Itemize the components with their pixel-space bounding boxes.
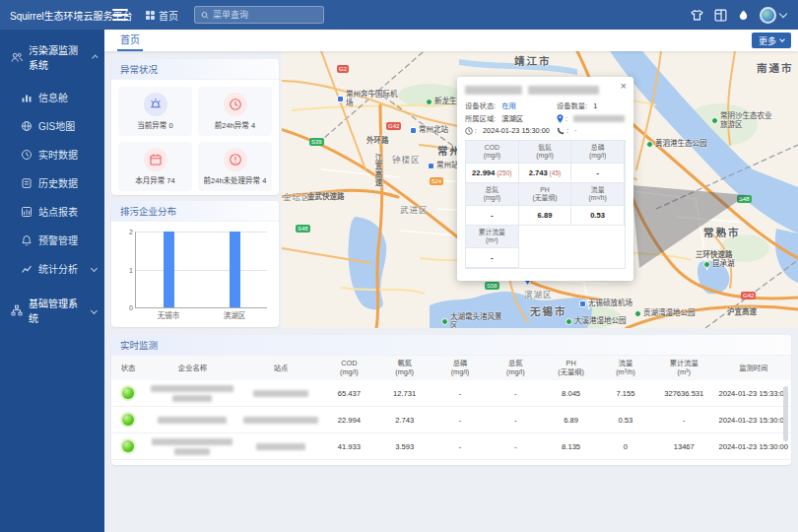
sidebar-item-历史数据[interactable]: 历史数据	[0, 168, 104, 197]
sidebar-section-label: 污染源监测系统	[29, 42, 87, 72]
map-label-常州北站: 常州北站	[410, 126, 448, 135]
clock-icon	[21, 149, 33, 161]
chart-gridline	[136, 270, 267, 271]
station-name-redacted	[240, 380, 321, 407]
value-cell: 2024-01-23 15:30:00	[715, 407, 791, 433]
map-label-金武快速路: 金武快速路	[307, 190, 345, 201]
sidebar-item-label: GIS地图	[38, 118, 75, 133]
app-logo: Squirrel生态环境云服务平台	[0, 8, 104, 23]
road-badge: G42	[386, 122, 401, 130]
poi-blue-icon	[337, 96, 344, 102]
sidebar-item-label: 站点报表	[38, 204, 78, 219]
clock-icon	[224, 93, 247, 116]
users-icon	[11, 51, 23, 63]
abnormal-card[interactable]: 前24h未处理异常 4	[198, 142, 272, 191]
table-row[interactable]: 65.43712.731--8.0457.155327636.5312024-0…	[111, 380, 791, 407]
address-redacted: :	[557, 113, 626, 123]
map-label-常阴沙生态农业旅游区: 常阴沙生态农业旅游区	[711, 112, 776, 129]
sidebar-item-站点报表[interactable]: 站点报表	[0, 197, 104, 226]
map-label-无锡市: 无锡市	[530, 303, 567, 318]
sidebar-item-label: 历史数据	[38, 175, 78, 190]
abnormal-card[interactable]: 前24h异常 4	[198, 87, 272, 136]
abnormal-status-panel: 异常状况 当前异常 0前24h异常 4本月异常 74前24h未处理异常 4	[111, 59, 279, 195]
abnormal-card[interactable]: 当前异常 0	[118, 87, 192, 136]
value-cell: -	[488, 380, 543, 407]
sidebar-item-预警管理[interactable]: 预警管理	[0, 226, 104, 254]
table-row[interactable]: 22.9942.743--6.890.53-2024-01-23 15:30:0…	[111, 407, 791, 433]
value-cell: 65.437	[321, 380, 376, 407]
realtime-table: 状态企业名称站点COD(mg/l)氨氮(mg/l)总磷(mg/l)总氮(mg/l…	[111, 356, 791, 460]
chart-ytick: 2	[121, 229, 133, 235]
region: 所属区域: 滨湖区	[465, 113, 557, 123]
column-header-流量: 流量(m³/h)	[599, 356, 652, 380]
poi-green-icon	[634, 310, 641, 317]
value-cell: -	[652, 407, 715, 433]
status-cell	[111, 407, 145, 433]
metric-value: 22.994 (250)	[466, 164, 519, 183]
breadcrumb-label: 首页	[159, 8, 178, 23]
value-cell: -	[432, 407, 488, 433]
value-cell: 0.53	[599, 407, 652, 433]
clock-icon	[465, 127, 473, 135]
topbar-actions	[691, 7, 798, 24]
layout-screen-icon[interactable]	[714, 9, 727, 22]
menu-search[interactable]	[194, 6, 324, 24]
siren-icon	[144, 93, 167, 116]
chart-category-label: 滨湖区	[224, 309, 246, 320]
panel-title: 异常状况	[111, 59, 279, 80]
abnormal-card[interactable]: 本月异常 74	[118, 142, 192, 191]
theme-skin-icon[interactable]	[691, 9, 703, 22]
column-header-站点: 站点	[240, 356, 321, 380]
poi-green-icon	[711, 117, 718, 124]
sidebar: 污染源监测系统信息舱GIS地图实时数据历史数据站点报表预警管理统计分析基础管理系…	[0, 30, 104, 532]
map-label-常州站: 常州站	[428, 162, 459, 170]
abnormal-card-label: 前24h异常 4	[215, 119, 255, 130]
value-cell: 327636.531	[652, 380, 715, 407]
chevron-down-icon	[779, 9, 787, 17]
map-label-外环路: 外环路	[366, 134, 389, 145]
flame-icon[interactable]	[738, 9, 749, 22]
top-bar: Squirrel生态环境云服务平台 首页	[0, 0, 798, 30]
metric-value: 0.53	[571, 206, 625, 226]
calendar-icon	[144, 148, 167, 171]
poi-blue-icon	[579, 300, 586, 307]
sidebar-item-实时数据[interactable]: 实时数据	[0, 140, 104, 168]
company-name-redacted	[145, 380, 240, 407]
status-dot-green	[122, 414, 134, 426]
history-icon	[21, 177, 33, 189]
road-badge: S39	[309, 138, 324, 146]
search-input[interactable]	[213, 10, 317, 20]
panel-title: 排污企业分布	[111, 201, 279, 222]
user-menu[interactable]	[760, 7, 786, 24]
map-label-三环快速路: 三环快速路	[696, 248, 733, 259]
road-badge: 524	[430, 177, 443, 185]
sidebar-item-GIS地图[interactable]: GIS地图	[0, 111, 104, 140]
map-label-钟楼区: 钟楼区	[392, 153, 421, 165]
hamburger-menu-icon[interactable]	[112, 9, 128, 21]
column-header-氨氮: 氨氮(mg/l)	[377, 356, 432, 380]
chart-category-label: 无锡市	[158, 309, 180, 320]
device-count: 设备数量: 1	[557, 100, 626, 110]
popup-metrics-table: COD(mg/l)氨氮(mg/l)总磷(mg/l)22.994 (250)2.7…	[465, 140, 626, 269]
breadcrumb[interactable]: 首页	[146, 8, 178, 23]
table-scrollbar[interactable]	[783, 386, 788, 441]
abnormal-card-label: 当前异常 0	[137, 119, 172, 130]
sidebar-section-污染源监测系统[interactable]: 污染源监测系统	[0, 30, 104, 83]
map-label-昆承湖: 昆承湖	[703, 260, 735, 269]
value-cell: 2.743	[377, 407, 432, 433]
poi-green-icon	[646, 141, 653, 148]
sidebar-section-基础管理系统[interactable]: 基础管理系统	[0, 283, 104, 336]
column-header-总氮: 总氮(mg/l)	[488, 356, 543, 380]
metric-header: PH(无量纲)	[519, 183, 572, 206]
table-row[interactable]: 41.9333.593--8.1350134672024-01-23 15:30…	[111, 433, 791, 460]
chevron-up-icon	[92, 54, 99, 61]
metric-header: 氨氮(mg/l)	[519, 141, 572, 164]
more-button[interactable]: 更多	[752, 33, 791, 48]
empty-cell	[519, 248, 625, 268]
poi-green-icon	[426, 99, 432, 105]
sidebar-item-信息舱[interactable]: 信息舱	[0, 83, 104, 111]
close-icon[interactable]: ×	[621, 80, 627, 92]
company-name-redacted	[145, 407, 240, 433]
sidebar-item-统计分析[interactable]: 统计分析	[0, 254, 104, 283]
tab-home[interactable]: 首页	[117, 30, 143, 51]
